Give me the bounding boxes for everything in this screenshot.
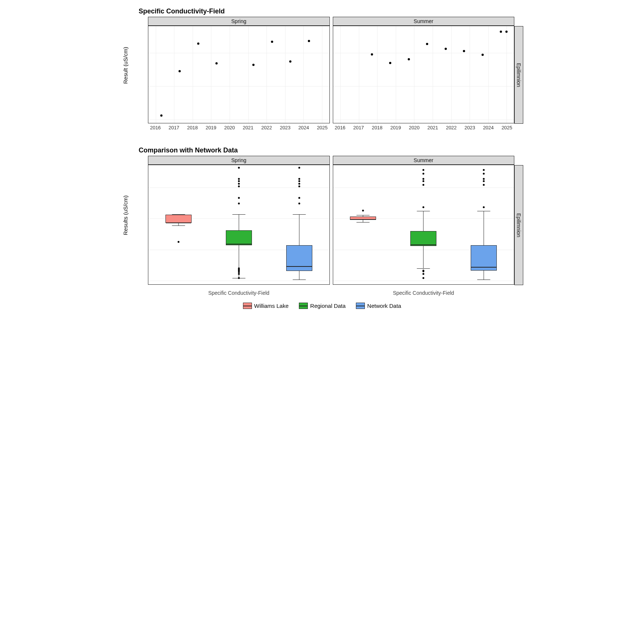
outlier-point <box>423 273 424 275</box>
facet-strip-top: Summer <box>333 156 515 165</box>
chart2-panels: Spring0250500750Specific Conductivity-Fi… <box>148 156 514 296</box>
outlier-point <box>483 180 485 182</box>
data-point <box>179 70 181 72</box>
legend: Williams LakeRegional DataNetwork Data <box>121 303 523 309</box>
x-ticks: 2016201720182019202020212022202320242025 <box>148 125 330 132</box>
plot-area <box>333 26 515 123</box>
outlier-point <box>298 197 300 199</box>
outlier-point <box>423 180 424 182</box>
outlier-point <box>298 167 300 168</box>
outlier-point <box>238 178 240 180</box>
data-point <box>482 54 484 56</box>
outlier-point <box>238 277 240 279</box>
x-category-label: Specific Conductivity-Field <box>333 290 515 296</box>
data-point <box>215 62 218 64</box>
box <box>165 215 192 223</box>
data-point <box>505 31 508 33</box>
scatter-panel: Spring3004005002016201720182019202020212… <box>148 17 330 132</box>
outlier-point <box>423 270 424 272</box>
outlier-point <box>423 173 424 175</box>
x-category-label: Specific Conductivity-Field <box>148 290 330 296</box>
data-point <box>445 48 447 50</box>
legend-label: Williams Lake <box>254 303 289 309</box>
legend-key <box>243 303 252 309</box>
chart1-title: Specific Conductivity-Field <box>139 7 523 15</box>
data-point <box>371 53 373 56</box>
chart1-ylabel: Result (uS/cm) <box>121 17 130 114</box>
legend-key <box>356 303 365 309</box>
data-point <box>308 40 310 42</box>
box <box>286 245 312 271</box>
data-point <box>463 50 465 52</box>
chart1-facet-right: Epilimnion <box>514 26 523 124</box>
outlier-point <box>238 197 240 199</box>
scatter-panel: Summer2016201720182019202020212022202320… <box>333 17 515 132</box>
box <box>350 217 376 220</box>
facet-strip-top: Spring <box>148 156 330 165</box>
outlier-point <box>238 167 240 168</box>
data-point <box>500 31 502 33</box>
outlier-point <box>238 180 240 182</box>
chart2-ylabel: Results (uS/cm) <box>121 156 130 275</box>
outlier-point <box>177 241 179 243</box>
chart1-row: Result (uS/cm) Spring3004005002016201720… <box>121 17 523 132</box>
facet-strip-top: Spring <box>148 17 330 26</box>
outlier-point <box>298 178 300 180</box>
outlier-point <box>298 203 300 205</box>
plot-area: 300400500 <box>148 26 330 123</box>
outlier-point <box>483 169 485 171</box>
legend-key <box>299 303 308 309</box>
outlier-point <box>423 277 424 279</box>
outlier-point <box>298 185 300 187</box>
plot-area <box>333 165 515 285</box>
legend-item: Network Data <box>356 303 401 309</box>
legend-item: Regional Data <box>299 303 345 309</box>
outlier-point <box>298 183 300 185</box>
data-point <box>426 43 428 45</box>
chart2-facet-right: Epilimnion <box>514 165 523 285</box>
data-point <box>289 60 291 63</box>
chart1-panels: Spring3004005002016201720182019202020212… <box>148 17 514 132</box>
data-point <box>271 41 273 43</box>
box-panel: Spring0250500750Specific Conductivity-Fi… <box>148 156 330 296</box>
chart2-row: Results (uS/cm) Spring0250500750Specific… <box>121 156 523 296</box>
box <box>471 245 497 271</box>
data-point <box>160 114 162 117</box>
x-ticks: 2016201720182019202020212022202320242025 <box>333 125 515 132</box>
outlier-point <box>238 203 240 205</box>
outlier-point <box>423 184 424 186</box>
legend-label: Regional Data <box>310 303 345 309</box>
outlier-point <box>423 206 424 208</box>
box <box>410 231 436 246</box>
data-point <box>252 64 255 66</box>
outlier-point <box>423 178 424 180</box>
data-point <box>197 42 199 45</box>
legend-item: Williams Lake <box>243 303 289 309</box>
outlier-point <box>238 185 240 187</box>
figure: Specific Conductivity-Field Result (uS/c… <box>121 7 523 309</box>
box <box>226 230 252 245</box>
outlier-point <box>483 178 485 180</box>
outlier-point <box>423 169 424 171</box>
chart2-title: Comparison with Network Data <box>139 146 523 154</box>
box-panel: SummerSpecific Conductivity-Field <box>333 156 515 296</box>
facet-strip-top: Summer <box>333 17 515 26</box>
outlier-point <box>362 210 364 212</box>
outlier-point <box>238 183 240 185</box>
plot-area: 0250500750 <box>148 165 330 285</box>
data-point <box>408 58 410 60</box>
outlier-point <box>483 206 485 208</box>
outlier-point <box>298 180 300 182</box>
outlier-point <box>483 173 485 175</box>
outlier-point <box>483 184 485 186</box>
outlier-point <box>238 267 240 269</box>
legend-label: Network Data <box>367 303 401 309</box>
data-point <box>389 62 391 64</box>
outlier-point <box>238 273 240 275</box>
